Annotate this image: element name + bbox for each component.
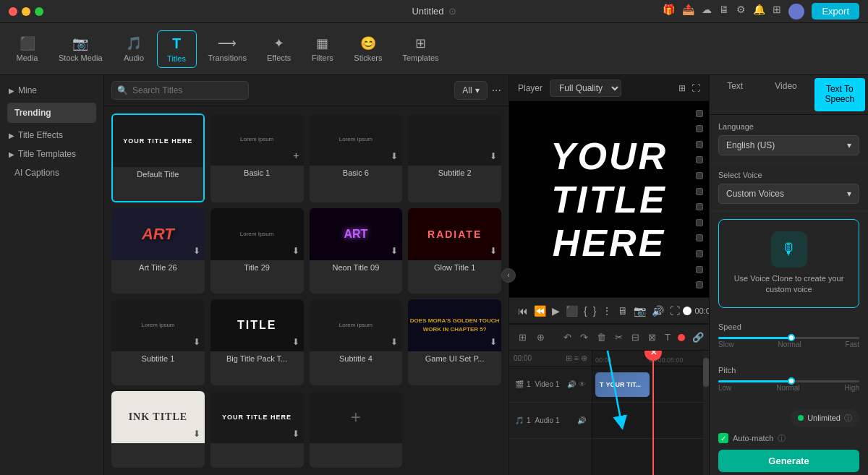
- title-card-art26[interactable]: ART ⬇ Art Title 26: [111, 208, 205, 294]
- toolbar-transitions[interactable]: ⟶ Transitions: [200, 31, 255, 67]
- notification-icon[interactable]: 🔔: [753, 4, 765, 20]
- title-card-gameui[interactable]: DOES MORA'S GOLDEN TOUCH WORK IN CHAPTER…: [408, 299, 501, 385]
- pitch-track[interactable]: [718, 380, 859, 382]
- tl-crop-icon[interactable]: ⊟: [628, 330, 643, 345]
- mark-in-icon[interactable]: {: [584, 305, 587, 317]
- grid-icon[interactable]: ⊞: [773, 4, 781, 20]
- sidebar-item-mine[interactable]: ▶ Mine: [0, 81, 103, 100]
- voice-dropdown[interactable]: Custom Voices ▾: [718, 184, 859, 204]
- more-icon[interactable]: ···: [492, 84, 501, 97]
- toolbar-titles[interactable]: T Titles: [157, 30, 197, 68]
- title-card-bigtitle[interactable]: TITLE ⬇ Big Title Pack T...: [210, 299, 304, 385]
- toolbar-templates[interactable]: ⊞ Templates: [393, 31, 447, 67]
- fullscreen-icon[interactable]: ⛶: [692, 83, 700, 93]
- sidebar-item-title-effects[interactable]: ▶ Title Effects: [0, 126, 103, 145]
- gift-icon[interactable]: 🎁: [663, 4, 675, 20]
- step-back-icon[interactable]: ⏪: [534, 305, 546, 317]
- skip-back-icon[interactable]: ⏮: [518, 305, 528, 317]
- speed-label: Speed: [718, 322, 859, 331]
- export-button[interactable]: Export: [812, 3, 859, 20]
- title-clip[interactable]: T YOUR TIT...: [595, 372, 650, 397]
- tl-left-icon1[interactable]: ⊞: [566, 354, 572, 363]
- title-card-ink[interactable]: INK TITLE ⬇: [111, 391, 205, 468]
- tl-text-icon[interactable]: T: [661, 330, 674, 345]
- close-button[interactable]: [9, 7, 17, 16]
- tl-split-icon[interactable]: ⊠: [644, 330, 660, 345]
- audio-volume-icon[interactable]: 🔊: [577, 416, 586, 424]
- toolbar-stickers[interactable]: 😊 Stickers: [345, 31, 391, 67]
- volume-track-icon[interactable]: 🔊: [567, 380, 576, 388]
- settings-icon[interactable]: ⚙: [736, 4, 746, 20]
- automatch-checkbox[interactable]: ✓: [718, 433, 728, 443]
- tl-undo-icon[interactable]: ↶: [560, 330, 575, 345]
- language-dropdown[interactable]: English (US) ▾: [718, 135, 859, 155]
- tl-cut-icon[interactable]: ✂: [611, 330, 626, 345]
- monitor-icon[interactable]: 🖥: [618, 305, 628, 317]
- quality-select[interactable]: Full Quality: [550, 80, 621, 97]
- title-card-subtitle2[interactable]: ⬇ Subtitle 2: [408, 114, 501, 202]
- toolbar-stock-media[interactable]: 📷 Stock Media: [50, 31, 111, 67]
- fullscreen-icon[interactable]: ⛶: [670, 305, 680, 317]
- title-card-basic6[interactable]: Lorem ipsum ⬇ Basic 6: [310, 114, 403, 202]
- monitor-icon[interactable]: 🖥: [719, 4, 729, 20]
- tab-tts[interactable]: Text To Speech: [814, 78, 865, 111]
- tl-grid-icon[interactable]: ⊞: [515, 330, 530, 345]
- minimize-button[interactable]: [22, 7, 30, 16]
- templates-icon: ⊞: [415, 35, 426, 51]
- speed-fill: [718, 337, 791, 339]
- generate-button[interactable]: Generate: [718, 450, 859, 472]
- title-card-basic1[interactable]: Lorem ipsum + Basic 1: [210, 114, 304, 202]
- title-card-glow1[interactable]: RADIATE ⬇ Glow Title 1: [408, 208, 501, 294]
- cloud-icon[interactable]: ☁: [702, 4, 712, 20]
- toolbar-audio[interactable]: 🎵 Audio: [114, 31, 154, 67]
- avatar[interactable]: [788, 4, 804, 20]
- toolbar-media[interactable]: ⬛ Media: [7, 31, 47, 67]
- tl-snap-icon[interactable]: ⊕: [533, 330, 548, 345]
- side-dot: [696, 266, 703, 273]
- split-icon[interactable]: ⋮: [602, 305, 612, 317]
- play-icon[interactable]: ▶: [552, 305, 560, 317]
- stop-icon[interactable]: ⬛: [566, 305, 578, 317]
- maximize-button[interactable]: [35, 7, 43, 16]
- mark-out-icon[interactable]: }: [593, 305, 597, 317]
- voice-clone-box[interactable]: 🎙 Use Voice Clone to create your custom …: [718, 219, 859, 308]
- title-card-neon09[interactable]: ART ⬇ Neon Title 09: [310, 208, 403, 294]
- tab-text[interactable]: Text: [710, 75, 760, 114]
- side-dot: [696, 234, 703, 241]
- timeline-scrollbar[interactable]: [703, 351, 709, 475]
- title-card-subtitle4[interactable]: Lorem ipsum ⬇ Subtitle 4: [310, 299, 403, 385]
- audio-track-name: Audio 1: [535, 416, 560, 424]
- tl-left-icon2[interactable]: ≡: [574, 354, 579, 363]
- tl-left-icon3[interactable]: ⊕: [581, 354, 587, 363]
- title-card-default[interactable]: YOUR TITLE HERE Default Title: [111, 114, 205, 202]
- chevron-down-icon: ▾: [475, 85, 480, 95]
- toolbar-filters[interactable]: ▦ Filters: [302, 31, 342, 67]
- toolbar-effects[interactable]: ✦ Effects: [258, 31, 299, 67]
- title-card-title29[interactable]: Lorem Ipsum ⬇ Title 29: [210, 208, 304, 294]
- search-input[interactable]: [111, 81, 249, 100]
- snapshot-icon[interactable]: 📷: [634, 305, 646, 317]
- grid-view-icon[interactable]: ⊞: [678, 83, 686, 93]
- scrollbar-thumb[interactable]: [703, 358, 709, 387]
- tl-redo-icon[interactable]: ↷: [576, 330, 592, 345]
- panel-collapse-button[interactable]: ‹: [501, 268, 516, 283]
- filter-dropdown[interactable]: All ▾: [454, 81, 487, 100]
- title-card-yourtitle2[interactable]: YOUR TITLE HERE ⬇: [210, 391, 304, 468]
- title-effects-arrow-icon: ▶: [9, 132, 14, 140]
- title-preview-gameui: DOES MORA'S GOLDEN TOUCH WORK IN CHAPTER…: [408, 299, 501, 351]
- volume-icon[interactable]: 🔊: [652, 305, 664, 317]
- unlimited-badge[interactable]: Unlimited ⓘ: [791, 409, 859, 427]
- sidebar-item-title-templates[interactable]: ▶ Title Templates: [0, 145, 103, 163]
- tl-link-icon[interactable]: 🔗: [689, 330, 707, 345]
- title-card-plus[interactable]: +: [310, 391, 403, 468]
- pitch-section: Pitch Low Normal High: [710, 359, 868, 402]
- sidebar-item-trending[interactable]: Trending: [7, 103, 96, 123]
- share-icon[interactable]: 📤: [682, 4, 694, 20]
- eye-icon[interactable]: 👁: [579, 380, 586, 388]
- sidebar-item-ai-captions[interactable]: AI Captions: [0, 163, 103, 182]
- speed-normal: Normal: [778, 341, 801, 348]
- title-card-subtitle1[interactable]: Lorem ipsum ⬇ Subtitle 1: [111, 299, 205, 385]
- tl-delete-icon[interactable]: 🗑: [593, 330, 610, 345]
- tab-video[interactable]: Video: [760, 75, 811, 114]
- speed-track[interactable]: [718, 337, 859, 339]
